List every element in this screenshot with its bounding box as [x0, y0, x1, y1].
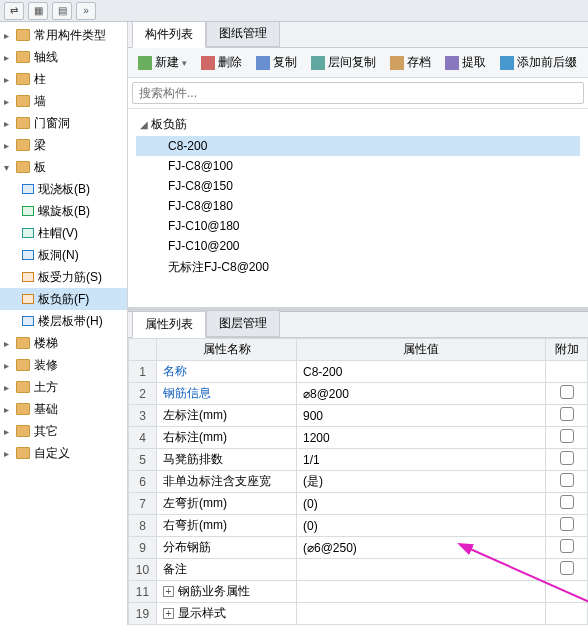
mini-toolbar-button[interactable]: ⇄ [4, 2, 24, 20]
tab[interactable]: 图纸管理 [206, 22, 280, 47]
type-icon [22, 294, 34, 304]
toolbar-button[interactable]: 添加前后缀 [494, 51, 583, 74]
search-input[interactable] [132, 82, 584, 104]
property-row[interactable]: 6 非单边标注含支座宽 (是) [129, 471, 588, 493]
prop-value-cell[interactable]: (0) [297, 515, 546, 537]
prop-tab[interactable]: 属性列表 [132, 311, 206, 338]
checkbox[interactable] [560, 385, 574, 399]
nav-item[interactable]: ▸土方 [0, 376, 127, 398]
checkbox[interactable] [560, 473, 574, 487]
mini-toolbar-button[interactable]: ▤ [52, 2, 72, 20]
type-icon [22, 250, 34, 260]
nav-subitem[interactable]: 柱帽(V) [0, 222, 127, 244]
nav-item[interactable]: ▸楼梯 [0, 332, 127, 354]
prop-value-cell[interactable]: C8-200 [297, 361, 546, 383]
checkbox[interactable] [560, 429, 574, 443]
prop-value-cell[interactable] [297, 559, 546, 581]
checkbox[interactable] [560, 451, 574, 465]
toolbar-button[interactable]: 删除 [195, 51, 248, 74]
prop-value-cell[interactable] [297, 603, 546, 625]
property-row[interactable]: 19 +显示样式 [129, 603, 588, 625]
nav-item[interactable]: ▸柱 [0, 68, 127, 90]
toolbar-button[interactable]: 提取 [439, 51, 492, 74]
nav-item[interactable]: ▸门窗洞 [0, 112, 127, 134]
nav-label: 自定义 [34, 445, 70, 462]
nav-subitem[interactable]: 板洞(N) [0, 244, 127, 266]
prop-name-cell: 马凳筋排数 [157, 449, 297, 471]
nav-subitem[interactable]: 楼层板带(H) [0, 310, 127, 332]
prop-attach-cell[interactable] [546, 559, 588, 581]
mini-toolbar-button[interactable]: ▦ [28, 2, 48, 20]
nav-subitem[interactable]: 板受力筋(S) [0, 266, 127, 288]
checkbox[interactable] [560, 561, 574, 575]
expand-icon: ▸ [4, 382, 16, 393]
prop-tab[interactable]: 图层管理 [206, 310, 280, 337]
prop-value-cell[interactable]: 900 [297, 405, 546, 427]
property-row[interactable]: 10 备注 [129, 559, 588, 581]
property-row[interactable]: 5 马凳筋排数 1/1 [129, 449, 588, 471]
prop-attach-cell[interactable] [546, 471, 588, 493]
prop-attach-cell[interactable] [546, 493, 588, 515]
toolbar-button[interactable]: 存档 [384, 51, 437, 74]
prop-value-cell[interactable]: (⌀6@250) [297, 537, 546, 559]
prop-attach-cell[interactable] [546, 515, 588, 537]
col-value: 属性值 [297, 339, 546, 361]
nav-item[interactable]: ▸其它 [0, 420, 127, 442]
nav-item[interactable]: ▸基础 [0, 398, 127, 420]
nav-subitem[interactable]: 板负筋(F) [0, 288, 127, 310]
expand-box-icon[interactable]: + [163, 608, 174, 619]
prop-attach-cell[interactable] [546, 361, 588, 383]
nav-label: 轴线 [34, 49, 58, 66]
nav-item[interactable]: ▸装修 [0, 354, 127, 376]
property-row[interactable]: 4 右标注(mm) 1200 [129, 427, 588, 449]
nav-item[interactable]: ▸墙 [0, 90, 127, 112]
comp-item[interactable]: C8-200 [136, 136, 580, 156]
nav-item[interactable]: ▸梁 [0, 134, 127, 156]
property-row[interactable]: 1 名称 C8-200 [129, 361, 588, 383]
toolbar-button[interactable]: 复制 [250, 51, 303, 74]
checkbox[interactable] [560, 407, 574, 421]
comp-item[interactable]: 无标注FJ-C8@200 [136, 256, 580, 279]
property-row[interactable]: 3 左标注(mm) 900 [129, 405, 588, 427]
prop-attach-cell[interactable] [546, 581, 588, 603]
nav-item[interactable]: ▸轴线 [0, 46, 127, 68]
tab[interactable]: 构件列表 [132, 22, 206, 48]
comp-item[interactable]: FJ-C10@200 [136, 236, 580, 256]
toolbar-button[interactable]: 层间复制 [305, 51, 382, 74]
checkbox[interactable] [560, 517, 574, 531]
comp-item[interactable]: FJ-C8@100 [136, 156, 580, 176]
checkbox[interactable] [560, 495, 574, 509]
prop-attach-cell[interactable] [546, 427, 588, 449]
mini-toolbar-button[interactable]: » [76, 2, 96, 20]
prop-value-cell[interactable]: ⌀8@200 [297, 383, 546, 405]
prop-value-cell[interactable]: (是) [297, 471, 546, 493]
comp-item[interactable]: FJ-C10@180 [136, 216, 580, 236]
nav-subitem[interactable]: 螺旋板(B) [0, 200, 127, 222]
comp-tree-root[interactable]: ◢ 板负筋 [136, 113, 580, 136]
nav-item[interactable]: ▾板 [0, 156, 127, 178]
prop-attach-cell[interactable] [546, 383, 588, 405]
expand-box-icon[interactable]: + [163, 586, 174, 597]
prop-attach-cell[interactable] [546, 449, 588, 471]
comp-item[interactable]: FJ-C8@150 [136, 176, 580, 196]
toolbar-button[interactable]: 新建▾ [132, 51, 193, 74]
nav-subitem[interactable]: 现浇板(B) [0, 178, 127, 200]
prop-value-cell[interactable]: 1/1 [297, 449, 546, 471]
checkbox[interactable] [560, 539, 574, 553]
nav-label: 门窗洞 [34, 115, 70, 132]
property-row[interactable]: 2 钢筋信息 ⌀8@200 [129, 383, 588, 405]
prop-attach-cell[interactable] [546, 603, 588, 625]
property-row[interactable]: 8 右弯折(mm) (0) [129, 515, 588, 537]
prop-value-cell[interactable] [297, 581, 546, 603]
property-row[interactable]: 7 左弯折(mm) (0) [129, 493, 588, 515]
comp-item[interactable]: FJ-C8@180 [136, 196, 580, 216]
nav-item[interactable]: ▸常用构件类型 [0, 24, 127, 46]
prop-attach-cell[interactable] [546, 405, 588, 427]
type-icon [22, 316, 34, 326]
nav-item[interactable]: ▸自定义 [0, 442, 127, 464]
prop-attach-cell[interactable] [546, 537, 588, 559]
property-row[interactable]: 9 分布钢筋 (⌀6@250) [129, 537, 588, 559]
property-row[interactable]: 11 +钢筋业务属性 [129, 581, 588, 603]
prop-value-cell[interactable]: 1200 [297, 427, 546, 449]
prop-value-cell[interactable]: (0) [297, 493, 546, 515]
